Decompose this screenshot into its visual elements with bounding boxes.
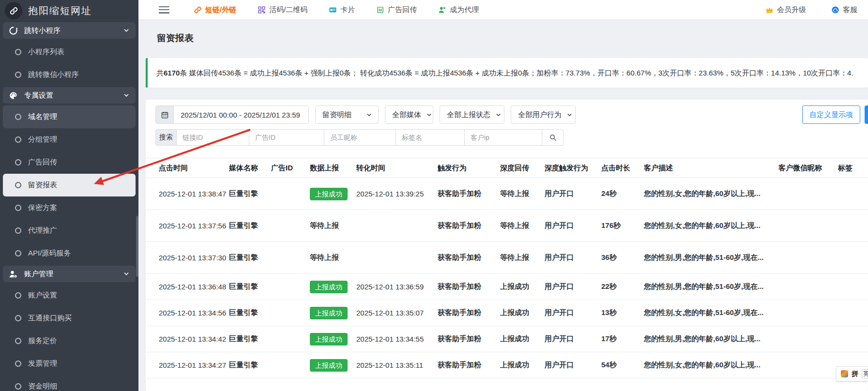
cell-ad_id [271, 178, 310, 210]
nav-item-会员升级[interactable]: 会员升级 [765, 5, 806, 15]
search-input-tag-name[interactable] [396, 129, 465, 146]
cell-tag [838, 242, 868, 274]
sidebar-group-专属设置[interactable]: 专属设置 [3, 87, 136, 104]
nav-item-活码/二维码[interactable]: 活码/二维码 [258, 5, 307, 15]
qrcode-icon [258, 6, 266, 14]
ime-english-mode[interactable]: 英 [862, 369, 868, 378]
cell-convert_time: 2025-12-01 13:34:55 [356, 326, 438, 352]
nav-item-label: 卡片 [340, 5, 355, 15]
sidebar-group-账户管理[interactable]: 账户管理 [3, 266, 136, 282]
app-logo[interactable]: 抱阳缩短网址 [0, 0, 138, 21]
cell-deep_report: 等待上报 [500, 210, 545, 242]
nav-item-客服[interactable]: 客服 [831, 5, 857, 15]
cell-desc: 您的性别,男,您的年龄,51-60岁,现在... [644, 274, 778, 300]
report-table: 点击时间媒体名称广告ID数据上报转化时间触发行为深度回传深度触发行为点击时长客户… [146, 158, 868, 378]
sidebar-scrollbar[interactable] [136, 216, 138, 277]
cell-report: 上报成功 [310, 274, 356, 300]
sidebar-item-账户设置[interactable]: 账户设置 [0, 284, 138, 307]
menu-toggle-icon[interactable] [159, 6, 169, 14]
nav-item-广告回传[interactable]: 广告回传 [376, 5, 417, 15]
sidebar-item-资金明细[interactable]: 资金明细 [0, 375, 138, 391]
cell-ad_id [271, 300, 310, 326]
cell-report: 上报成功 [310, 326, 356, 352]
filter-select-report-status[interactable]: 全部上报状态 [440, 105, 504, 124]
cell-desc: 您的性别,男,您的年龄,60岁以上,现... [644, 326, 778, 352]
cell-wechat [778, 210, 838, 242]
cell-deep_report: 等待上报 [500, 178, 545, 210]
cell-media: 巨量引擎 [229, 274, 271, 300]
sidebar-item-小程序列表[interactable]: 小程序列表 [0, 41, 138, 63]
cell-ad_id [271, 352, 310, 378]
cell-click_time: 2025-12-01 13:34:56 [146, 300, 229, 326]
search-button[interactable] [542, 129, 563, 146]
chevron-down-icon [366, 112, 372, 118]
cell-deep_report: 上报成功 [500, 274, 545, 300]
ime-pinyin-mode[interactable]: 拼 [852, 370, 858, 378]
sidebar-item-服务定价[interactable]: 服务定价 [0, 330, 138, 352]
sidebar-item-广告回传[interactable]: 广告回传 [0, 151, 138, 174]
filter-select-value: 留资明细 [322, 110, 351, 120]
sidebar-item-分组管理[interactable]: 分组管理 [0, 128, 138, 151]
search-input-link-id[interactable] [177, 129, 249, 146]
cell-wechat [778, 326, 838, 352]
cell-tag [838, 300, 868, 326]
table-row: 2025-12-01 13:38:47巨量引擎上报成功2025-12-01 13… [146, 178, 868, 210]
search-input-ad-id[interactable] [249, 129, 324, 146]
secondary-nav: 会员升级客服 [765, 5, 857, 15]
sidebar-item-保密方案[interactable]: 保密方案 [0, 196, 138, 219]
date-range-group: 2025/12/01 00:00 - 2025/12/01 23:59 [155, 105, 309, 124]
sidebar-item-互通接口购买[interactable]: 互通接口购买 [0, 307, 138, 330]
cell-trigger: 获客助手加粉 [438, 352, 500, 378]
sidebar-item-留资报表[interactable]: 留资报表 [3, 174, 136, 196]
circle-bullet-icon [15, 383, 21, 390]
cell-deep_report: 上报成功 [500, 352, 545, 378]
sidebar-item-域名管理[interactable]: 域名管理 [3, 105, 136, 128]
circle-bullet-icon [15, 205, 21, 211]
nav-item-成为代理[interactable]: 成为代理 [438, 5, 479, 15]
sidebar-item-label: 服务定价 [28, 336, 57, 346]
column-header-媒体名称: 媒体名称 [229, 158, 271, 178]
circle-bullet-icon [15, 49, 21, 55]
sidebar-item-API/源码服务[interactable]: API/源码服务 [0, 242, 138, 265]
sidebar-item-跳转微信小程序[interactable]: 跳转微信小程序 [0, 63, 138, 86]
sidebar-item-label: 分组管理 [28, 135, 57, 144]
search-input-staff-nickname[interactable] [324, 129, 396, 146]
cell-media: 巨量引擎 [229, 352, 271, 378]
nav-item-label: 会员升级 [777, 5, 806, 15]
customize-columns-button[interactable]: 自定义显示项 [802, 105, 860, 124]
filter-select-media[interactable]: 全部媒体 [385, 105, 433, 124]
summary-total-prefix: 共 [156, 69, 164, 77]
filter-select-user-behavior[interactable]: 全部用户行为 [511, 105, 576, 124]
chevron-down-icon [123, 271, 130, 277]
date-range-input[interactable]: 2025/12/01 00:00 - 2025/12/01 23:59 [174, 106, 308, 123]
crown-icon [765, 6, 774, 14]
cell-media: 巨量引擎 [229, 300, 271, 326]
column-header-客户微信昵称: 客户微信昵称 [778, 158, 838, 178]
export-button[interactable]: 导出 [865, 105, 868, 124]
sidebar-item-代理推广[interactable]: 代理推广 [0, 219, 138, 242]
cell-report: 等待上报 [310, 242, 356, 274]
circle-bullet-icon [15, 114, 21, 120]
ime-toolbar[interactable]: 拼 英 [836, 366, 868, 381]
sidebar-menu: 跳转小程序小程序列表跳转微信小程序专属设置域名管理分组管理广告回传留资报表保密方… [0, 21, 138, 391]
sidebar-item-发票管理[interactable]: 发票管理 [0, 352, 138, 375]
card-icon [329, 6, 337, 14]
topbar: 短链/外链活码/二维码卡片广告回传成为代理 会员升级客服 [138, 0, 868, 20]
circle-bullet-icon [15, 250, 21, 256]
cell-duration: 24秒 [601, 178, 644, 210]
calendar-icon[interactable] [156, 106, 174, 123]
nav-item-卡片[interactable]: 卡片 [329, 5, 355, 15]
primary-nav: 短链/外链活码/二维码卡片广告回传成为代理 [194, 5, 479, 15]
report-status-badge: 上报成功 [310, 307, 348, 319]
search-input-customer-ip[interactable] [465, 129, 542, 146]
nav-item-短链/外链[interactable]: 短链/外链 [194, 5, 236, 15]
nav-item-label: 客服 [843, 5, 857, 15]
cell-media: 巨量引擎 [229, 178, 271, 210]
filter-selects: 留资明细全部媒体全部上报状态全部用户行为 [309, 105, 576, 124]
filter-select-report-type[interactable]: 留资明细 [315, 105, 379, 124]
filter-select-value: 全部上报状态 [447, 110, 490, 120]
cell-trigger: 获客助手加粉 [438, 326, 500, 352]
table-header-row: 点击时间媒体名称广告ID数据上报转化时间触发行为深度回传深度触发行为点击时长客户… [146, 158, 868, 178]
ime-logo-icon [841, 370, 848, 377]
sidebar-group-跳转小程序[interactable]: 跳转小程序 [3, 22, 136, 39]
